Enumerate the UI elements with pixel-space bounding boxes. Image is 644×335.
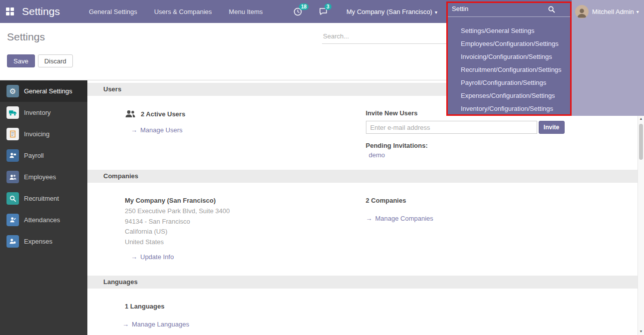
sidebar-item-label: Payroll: [24, 152, 44, 159]
company-address-line: California (US): [125, 227, 366, 237]
update-info-label: Update Info: [140, 253, 174, 261]
invite-email-input[interactable]: [366, 121, 537, 134]
sidebar-item-label: Attendances: [24, 216, 60, 224]
sidebar-item-label: General Settings: [24, 87, 72, 95]
save-button[interactable]: Save: [7, 54, 35, 67]
avatar: [575, 5, 589, 18]
search-result-item[interactable]: Inventory/Configuration/Settings: [448, 102, 570, 115]
pending-invitee-link[interactable]: demo: [369, 151, 385, 159]
sidebar-item-label: Recruitment: [24, 195, 59, 202]
sidebar-item-inventory[interactable]: Inventory: [0, 102, 87, 123]
search-result-item[interactable]: Settings/General Settings: [448, 24, 570, 37]
employees-app-icon: [6, 171, 19, 183]
section-header-companies: Companies: [87, 170, 644, 183]
sidebar-item-payroll[interactable]: Payroll: [0, 145, 87, 166]
expenses-app-icon: [6, 235, 19, 248]
document-icon: [9, 130, 16, 138]
companies-count: 2 Companies: [366, 197, 644, 204]
sidebar-item-label: Expenses: [24, 238, 52, 245]
manage-companies-link[interactable]: →Manage Companies: [366, 215, 433, 222]
menu-general-settings[interactable]: General Settings: [89, 8, 137, 15]
apps-menu-icon[interactable]: [6, 7, 14, 15]
activity-clock-icon[interactable]: 18: [294, 7, 302, 16]
search-result-item[interactable]: Employees/Configuration/Settings: [448, 37, 570, 50]
manage-languages-link[interactable]: →Manage Languages: [122, 321, 189, 328]
arrow-right-icon: →: [122, 321, 129, 328]
sidebar-item-employees[interactable]: Employees: [0, 166, 87, 188]
search-result-item[interactable]: Expenses/Configuration/Settings: [448, 89, 570, 102]
people-icon: [9, 173, 17, 181]
users-group-icon: [125, 109, 136, 118]
search-result-item[interactable]: Invoicing/Configuration/Settings: [448, 50, 570, 63]
chevron-down-icon: ▾: [435, 9, 437, 15]
pending-invitations-label: Pending Invitations:: [366, 142, 644, 149]
sidebar-item-attendances[interactable]: Attendances: [0, 209, 87, 231]
sidebar-item-label: Invoicing: [24, 130, 49, 138]
search-result-item[interactable]: Recruitment/Configuration/Settings: [448, 63, 570, 76]
company-address-line: United States: [125, 237, 366, 248]
companies-left-col: My Company (San Francisco) 250 Executive…: [87, 197, 366, 261]
app-title[interactable]: Settings: [22, 5, 60, 17]
sidebar-item-expenses[interactable]: Expenses: [0, 231, 87, 252]
truck-icon: [8, 108, 17, 117]
menu-users-companies[interactable]: Users & Companies: [154, 8, 212, 15]
person-card-icon: [9, 152, 16, 159]
menu-menu-items[interactable]: Menu Items: [229, 8, 263, 15]
sidebar-item-recruitment[interactable]: Recruitment: [0, 188, 87, 209]
languages-left-col: 1 Languages →Manage Languages: [87, 303, 366, 328]
settings-sidebar: ⚙ General Settings Inventory Invoicing: [0, 80, 87, 335]
search-result-item[interactable]: Payroll/Configuration/Settings: [448, 76, 570, 89]
section-header-languages: Languages: [87, 276, 644, 289]
message-count-badge: 3: [324, 3, 331, 10]
attendances-app-icon: [6, 214, 19, 226]
active-users-label: 2 Active Users: [141, 110, 185, 118]
company-switcher[interactable]: My Company (San Francisco)▾: [346, 8, 437, 15]
active-users-row: 2 Active Users: [125, 109, 366, 118]
invoicing-app-icon: [6, 128, 19, 140]
user-name: Mitchell Admin: [592, 8, 634, 15]
company-address-line: 94134 - San Francisco: [125, 217, 366, 227]
languages-count: 1 Languages: [125, 303, 366, 310]
sidebar-item-invoicing[interactable]: Invoicing: [0, 123, 87, 145]
arrow-right-icon: →: [131, 253, 137, 261]
languages-section: 1 Languages →Manage Languages: [87, 289, 644, 328]
messages-icon[interactable]: 3: [319, 7, 327, 15]
gear-icon: ⚙: [9, 87, 16, 96]
screen: Settings General Settings Users & Compan…: [0, 0, 644, 335]
discard-button[interactable]: Discard: [38, 54, 73, 67]
manage-users-label: Manage Users: [140, 126, 183, 134]
sidebar-item-general-settings[interactable]: ⚙ General Settings: [0, 80, 87, 102]
invite-row: Invite: [366, 121, 565, 134]
update-info-link[interactable]: →Update Info: [131, 253, 174, 261]
magnifier-icon: [9, 195, 16, 202]
scroll-up-icon[interactable]: ▲: [638, 117, 644, 120]
menu-search-dropdown: Settings/General Settings Employees/Conf…: [448, 23, 570, 116]
arrow-right-icon: →: [131, 126, 137, 134]
manage-companies-label: Manage Companies: [375, 215, 433, 222]
users-left-col: 2 Active Users →Manage Users: [87, 109, 366, 159]
search-icon[interactable]: [548, 6, 555, 13]
arrow-right-icon: →: [366, 215, 372, 222]
scroll-down-icon[interactable]: ▼: [638, 330, 644, 333]
person-coin-icon: [9, 238, 16, 245]
general-settings-app-icon: ⚙: [6, 85, 19, 97]
invite-button[interactable]: Invite: [539, 121, 565, 134]
activity-count-badge: 18: [299, 3, 309, 10]
scrollbar-thumb[interactable]: [639, 124, 643, 160]
menu-search: [448, 2, 570, 17]
person-icon: [576, 7, 588, 18]
user-menu-panel: Mitchell Admin ▾: [572, 0, 644, 116]
main-area: ⚙ General Settings Inventory Invoicing: [0, 80, 644, 335]
manage-users-link[interactable]: →Manage Users: [131, 126, 183, 134]
page-title: Settings: [7, 31, 45, 43]
user-menu-button[interactable]: Mitchell Admin ▾: [572, 0, 644, 23]
recruitment-app-icon: [6, 192, 19, 205]
person-check-icon: [9, 216, 16, 224]
users-right-col: Invite New Users Invite Pending Invitati…: [366, 109, 644, 159]
companies-section: My Company (San Francisco) 250 Executive…: [87, 183, 644, 276]
inventory-app-icon: [6, 106, 19, 119]
company-switcher-label: My Company (San Francisco): [346, 8, 432, 15]
control-panel-buttons: Save Discard: [7, 54, 73, 67]
payroll-app-icon: [6, 149, 19, 162]
systray: 18 3 My Company (San Francisco)▾: [294, 0, 437, 23]
